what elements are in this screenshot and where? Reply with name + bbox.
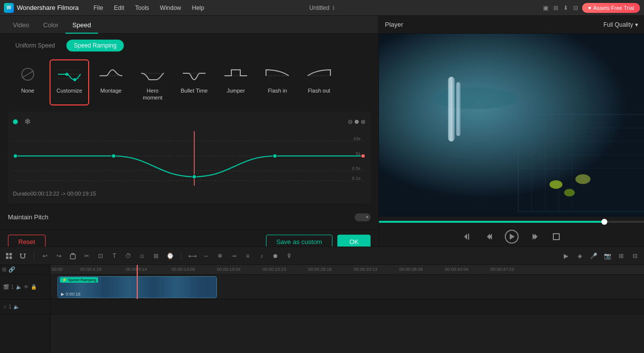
svg-point-23 [192, 175, 196, 179]
grid-icon[interactable]: ⊞ [553, 4, 558, 11]
crop-tool[interactable]: ⊡ [96, 251, 106, 261]
track-speaker-icon[interactable]: 🔈 [16, 284, 22, 290]
zoom-handle[interactable] [355, 120, 359, 124]
step-forward-button[interactable] [529, 231, 540, 243]
player-header: Player Full Quality ▾ [379, 16, 644, 34]
progress-bar[interactable] [379, 221, 644, 223]
svg-point-26 [361, 154, 365, 158]
play-timeline-btn[interactable]: ▶ [561, 251, 571, 261]
preset-customize[interactable]: Customize [50, 59, 89, 105]
screenshot-btn[interactable]: 📷 [602, 251, 612, 261]
reset-button[interactable]: Reset [8, 235, 46, 247]
magnet-tool[interactable] [18, 251, 28, 261]
text-tool[interactable]: T [109, 251, 119, 261]
add-track-icon[interactable]: ⊞ [2, 266, 6, 273]
tab-video[interactable]: Video [6, 17, 36, 34]
play-button[interactable] [505, 230, 519, 244]
download-icon[interactable]: ⬇ [563, 4, 568, 11]
svg-rect-27 [379, 34, 644, 217]
mic-btn[interactable]: 🎤 [589, 251, 598, 261]
play-small-icon: ▶ [61, 292, 64, 297]
undo-tool[interactable]: ↩ [40, 251, 50, 261]
preset-flash-in[interactable]: Flash in [258, 59, 297, 105]
reverse-tool[interactable]: ↔ [201, 251, 211, 261]
save-custom-button[interactable]: Save as custom [266, 235, 333, 247]
svg-rect-29 [448, 77, 455, 142]
zoom-out-icon[interactable]: ⊖ [348, 118, 353, 125]
preset-jumper[interactable]: Jumper [216, 59, 256, 105]
step-back-button[interactable] [483, 231, 495, 243]
effect-tool[interactable]: ☺ [137, 251, 147, 261]
equalizer-tool[interactable]: ≡ [243, 251, 253, 261]
audio-tool[interactable]: ♪ [257, 251, 267, 261]
assets-free-trial-button[interactable]: ♥ Assets Free Trial [582, 3, 640, 13]
uniform-speed-tab[interactable]: Uniform Speed [8, 40, 62, 51]
split-tool[interactable]: ⊸ [229, 251, 239, 261]
svg-rect-52 [9, 253, 12, 255]
speed-ramping-tab[interactable]: Speed Ramping [66, 40, 124, 51]
menu-edit[interactable]: Edit [109, 2, 129, 13]
menu-window[interactable]: Window [155, 2, 186, 13]
svg-rect-44 [468, 234, 469, 240]
logo-icon: W [4, 3, 14, 13]
preset-flash-out-label: Flash out [308, 87, 330, 94]
delete-tool[interactable] [68, 251, 78, 261]
snowflake-button[interactable]: ❄ [22, 116, 33, 127]
zoom-in-icon[interactable]: ⊕ [361, 118, 366, 125]
settings-btn[interactable]: ⊟ [630, 251, 640, 261]
audio-speaker-icon[interactable]: 🔈 [13, 304, 19, 309]
left-panel: Video Color Speed Uniform Speed Speed Ra… [0, 16, 379, 247]
preset-jumper-label: Jumper [227, 87, 245, 94]
record-tool[interactable]: ⏺ [270, 251, 280, 261]
redo-tool[interactable]: ↪ [54, 251, 64, 261]
track-lock-icon[interactable]: 🔒 [31, 284, 37, 290]
transition-tool[interactable]: ⟷ [187, 251, 197, 261]
overlay-tool[interactable]: ⊞ [151, 251, 161, 261]
track-eye-icon[interactable]: 👁 [24, 284, 29, 290]
duration-tool[interactable]: ⏱ [123, 251, 133, 261]
preset-flash-out[interactable]: Flash out [299, 59, 339, 105]
preset-customize-icon [54, 64, 84, 84]
fullscreen-button[interactable] [550, 231, 562, 243]
preset-customize-label: Customize [56, 87, 82, 94]
time-tool[interactable]: ⌚ [165, 251, 175, 261]
layout-icon[interactable]: ⊟ [573, 4, 578, 11]
link-icon[interactable]: 🔗 [8, 266, 15, 273]
tab-speed[interactable]: Speed [65, 17, 98, 34]
timeline-tools-right: ▶ ◈ 🎤 📷 ⊞ ⊟ [561, 251, 640, 261]
menu-file[interactable]: File [89, 2, 108, 13]
curve-toolbar-right: ⊖ ⊕ [348, 118, 366, 125]
progress-handle[interactable] [601, 219, 607, 225]
quality-selector[interactable]: Full Quality ▾ [603, 21, 638, 28]
tab-color[interactable]: Color [36, 17, 65, 34]
preset-hero-moment[interactable]: Hero moment [133, 59, 172, 105]
voice-tool[interactable]: 🎙 [284, 251, 294, 261]
skip-back-button[interactable] [461, 231, 473, 243]
select-tool[interactable] [4, 251, 14, 261]
preset-none[interactable]: None [8, 59, 48, 105]
timeline-tools-edit: ↩ ↪ ✂ ⊡ T ⏱ ☺ ⊞ ⌚ [40, 251, 175, 261]
speed-panel: Uniform Speed Speed Ramping None [0, 34, 378, 111]
maintain-pitch-toggle[interactable]: ● [355, 213, 371, 221]
video-track-lane: ✕ ⚡ Speed Ramping [51, 275, 644, 300]
ok-button[interactable]: OK [337, 235, 371, 247]
menu-tools[interactable]: Tools [130, 2, 154, 13]
menu-help[interactable]: Help [187, 2, 210, 13]
more-tools-btn[interactable]: ⊞ [616, 251, 626, 261]
playhead-line[interactable] [137, 265, 138, 299]
preset-montage[interactable]: Montage [91, 59, 131, 105]
preset-hero-moment-label: Hero moment [137, 87, 168, 101]
mark-btn[interactable]: ◈ [575, 251, 585, 261]
svg-rect-57 [70, 254, 75, 259]
speed-icon: ⚡ [62, 278, 67, 282]
track-number: 1 [11, 284, 14, 290]
svg-rect-53 [6, 256, 8, 259]
timeline-area: ↩ ↪ ✂ ⊡ T ⏱ ☺ ⊞ ⌚ ⟷ ↔ ❄ ⊸ ≡ ♪ ⏺ 🎙 ▶ ◈ [0, 247, 644, 353]
preset-bullet-time[interactable]: Bullet Time [174, 59, 214, 105]
progress-fill [379, 221, 604, 223]
monitor-icon[interactable]: ▣ [543, 4, 548, 11]
video-preview [379, 34, 644, 217]
cut-tool[interactable]: ✂ [82, 251, 92, 261]
freeze-tool[interactable]: ❄ [215, 251, 225, 261]
svg-point-40 [549, 180, 562, 189]
